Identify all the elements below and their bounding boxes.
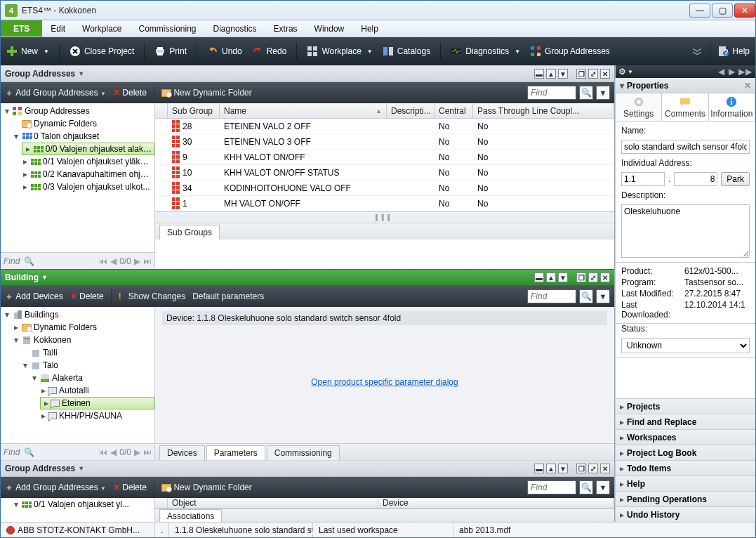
sidebar-nav-icons[interactable]: ◀ ▶ ▶▶ xyxy=(718,67,752,77)
col-name[interactable]: Name▲ xyxy=(220,103,387,118)
bld-tree-room-autotalli[interactable]: Autotalli xyxy=(1,384,154,397)
panel-btn-restore-icon[interactable]: ❐ xyxy=(576,273,586,282)
tab-commissioning[interactable]: Commissioning xyxy=(267,445,340,460)
ga-tree-find-input[interactable]: Find xyxy=(4,256,20,266)
table-row[interactable]: 28ETEINEN VALO 2 OFFNoNo xyxy=(155,119,614,134)
new-button[interactable]: New▼ xyxy=(6,46,49,57)
pager-next-icon[interactable]: ▶ xyxy=(134,447,140,457)
open-parameter-dialog-link[interactable]: Open product specific parameter dialog xyxy=(311,377,458,387)
accordion-undo-history[interactable]: Undo History xyxy=(616,506,755,522)
bld-tree-room-khh[interactable]: KHH/PH/SAUNA xyxy=(1,409,154,422)
ga-delete-button[interactable]: ✕ Delete xyxy=(113,88,147,98)
bld-tree-alakerta[interactable]: Alakerta xyxy=(1,372,154,384)
panel-btn-down-icon[interactable]: ▼ xyxy=(558,69,568,79)
ga-tree-root[interactable]: Group Addresses xyxy=(1,105,154,117)
tab-sub-groups[interactable]: Sub Groups xyxy=(159,225,220,240)
panel-btn-minimize-icon[interactable]: ▬ xyxy=(534,273,544,282)
panel-btn-expand-icon[interactable]: ⤢ xyxy=(588,69,598,79)
panel-btn-close-icon[interactable]: ✕ xyxy=(600,69,610,79)
ga2-add-button[interactable]: ＋ Add Group Addresses ▼ xyxy=(5,482,106,494)
ga2-new-dynamic-folder-button[interactable]: New Dynamic Folder xyxy=(161,483,252,492)
undo-button[interactable]: Undo xyxy=(207,46,242,57)
ga-tree-middle-0-2[interactable]: 0/2 Kanavapuhaltimen ohja... xyxy=(1,168,154,181)
menu-diagnostics[interactable]: Diagnostics xyxy=(205,20,265,37)
accordion-pending-operations[interactable]: Pending Operations xyxy=(616,491,755,506)
bld-delete-button[interactable]: ✕ Delete xyxy=(70,291,104,301)
panel-btn-restore-icon[interactable]: ❐ xyxy=(576,69,586,79)
bld-tree-room-eteinen[interactable]: Eteinen xyxy=(40,397,154,409)
properties-tab-settings[interactable]: Settings xyxy=(616,93,662,121)
prop-desc-input[interactable]: Oleskeluhuone xyxy=(621,204,750,258)
ga2-delete-button[interactable]: ✕ Delete xyxy=(113,483,147,492)
menu-ets[interactable]: ETS xyxy=(1,20,42,37)
panel-btn-up-icon[interactable]: ▲ xyxy=(546,464,556,473)
bld-tree-dynamic-folders[interactable]: Dynamic Folders xyxy=(1,321,154,334)
prop-ia-device[interactable] xyxy=(674,172,717,186)
accordion-todo-items[interactable]: Todo Items xyxy=(616,460,755,475)
table-row[interactable]: 30ETEINEN VALO 3 OFFNoNo xyxy=(155,134,614,150)
pager-first-icon[interactable]: ⏮ xyxy=(99,447,107,457)
menu-workplace[interactable]: Workplace xyxy=(74,20,130,37)
panel-btn-up-icon[interactable]: ▲ xyxy=(546,273,556,282)
panel-btn-up-icon[interactable]: ▲ xyxy=(546,69,556,79)
col-description[interactable]: Descripti... xyxy=(387,103,435,118)
ga-tree-main-0[interactable]: 0 Talon ohjaukset xyxy=(1,130,154,143)
ga2-filter-button[interactable]: ▼ xyxy=(596,480,610,494)
catalogs-button[interactable]: Catalogs xyxy=(383,46,430,57)
redo-button[interactable]: Redo xyxy=(252,46,287,57)
bld-find-input[interactable] xyxy=(527,289,576,303)
ga-tree-middle-0-0[interactable]: 0/0 Valojen ohjaukset alake... xyxy=(22,143,154,155)
group-addresses-toolbar-button[interactable]: Group Addresses xyxy=(530,46,610,57)
table-row[interactable]: 10KHH VALOT ON/OFF STATUSNoNo xyxy=(155,165,614,181)
park-button[interactable]: Park xyxy=(721,172,750,186)
col-object[interactable]: Object xyxy=(168,498,378,508)
pager-last-icon[interactable]: ⏭ xyxy=(143,256,152,266)
tab-associations[interactable]: Associations xyxy=(159,509,222,523)
menu-window[interactable]: Window xyxy=(306,20,353,37)
prop-status-select[interactable]: Unknown xyxy=(621,338,750,353)
search-icon[interactable]: 🔍 xyxy=(24,256,34,266)
chevron-down-icon[interactable] xyxy=(691,46,703,57)
tab-parameters[interactable]: Parameters xyxy=(206,445,265,460)
col-pass-through[interactable]: Pass Through Line Coupl... xyxy=(473,103,614,118)
accordion-project-log-book[interactable]: Project Log Book xyxy=(616,445,755,460)
diagnostics-button[interactable]: Diagnostics▼ xyxy=(451,46,520,57)
workplace-button[interactable]: Workplace▼ xyxy=(307,46,372,57)
add-devices-button[interactable]: ＋ Add Devices xyxy=(5,291,63,303)
menu-extras[interactable]: Extras xyxy=(265,20,306,37)
close-project-button[interactable]: Close Project xyxy=(69,46,134,57)
pager-prev-icon[interactable]: ◀ xyxy=(110,447,117,457)
pager-next-icon[interactable]: ▶ xyxy=(134,256,140,266)
bld-find-button[interactable]: 🔍 xyxy=(579,289,593,303)
panel-btn-close-icon[interactable]: ✕ xyxy=(600,273,610,282)
menu-help[interactable]: Help xyxy=(352,20,387,37)
properties-tab-comments[interactable]: Comments xyxy=(662,93,708,121)
panel-btn-expand-icon[interactable]: ⤢ xyxy=(588,464,598,473)
ga-filter-button[interactable]: ▼ xyxy=(596,86,610,100)
prop-name-input[interactable] xyxy=(621,140,750,154)
bld-tree-root[interactable]: Buildings xyxy=(1,308,154,321)
window-close-button[interactable]: ✕ xyxy=(734,4,755,18)
menu-edit[interactable]: Edit xyxy=(42,20,74,37)
prop-ia-area-line[interactable] xyxy=(621,172,665,186)
show-changes-button[interactable]: Show Changes xyxy=(128,291,185,301)
bld-tree-find-input[interactable]: Find xyxy=(4,447,20,457)
panel-btn-down-icon[interactable]: ▼ xyxy=(558,273,568,282)
accordion-workspaces[interactable]: Workspaces xyxy=(616,429,755,445)
help-button[interactable]: ? Help xyxy=(717,46,750,57)
bld-tree-talli[interactable]: Talli xyxy=(1,346,154,359)
window-minimize-button[interactable]: — xyxy=(689,4,710,18)
accordion-find-replace[interactable]: Find and Replace xyxy=(616,414,755,429)
panel-btn-down-icon[interactable]: ▼ xyxy=(558,464,568,473)
col-device[interactable]: Device xyxy=(378,498,614,508)
tab-devices[interactable]: Devices xyxy=(159,445,205,460)
panel-btn-expand-icon[interactable]: ⤢ xyxy=(588,273,598,282)
properties-close-icon[interactable]: ✕ xyxy=(744,81,751,91)
ga-tree-middle-0-3[interactable]: 0/3 Valojen ohjaukset ulkot... xyxy=(1,181,154,193)
table-row[interactable]: 1MH VALOT ON/OFFNoNo xyxy=(155,196,614,211)
pager-prev-icon[interactable]: ◀ xyxy=(110,256,117,266)
pager-last-icon[interactable]: ⏭ xyxy=(143,447,152,457)
table-row[interactable]: 9KHH VALOT ON/OFFNoNo xyxy=(155,150,614,165)
accordion-help[interactable]: Help xyxy=(616,475,755,491)
bld-tree-kokkonen[interactable]: Kokkonen xyxy=(1,334,154,346)
